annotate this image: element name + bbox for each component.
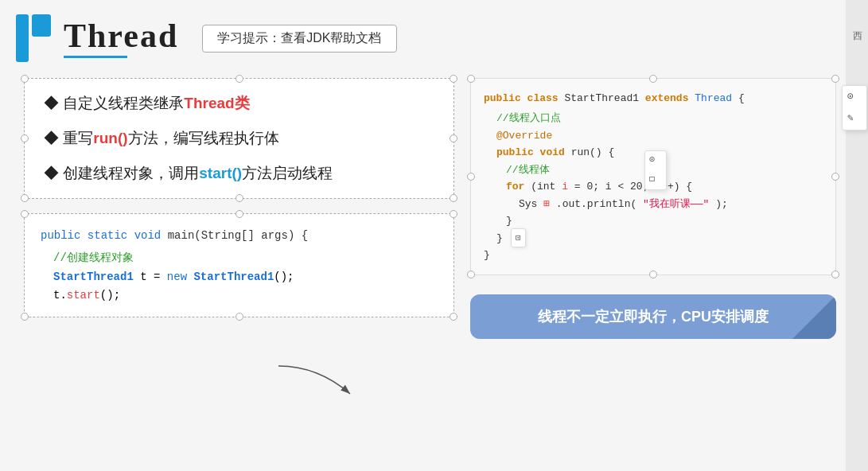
e-anchor-mr [831,173,839,181]
info-bubble-text: 线程不一定立即执行，CPU安排调度 [538,309,769,325]
e-anchor-ml [467,173,475,181]
e-anchor-br [831,271,839,278]
anchor-bm2 [235,313,243,321]
e-anchor-tl [467,75,475,83]
header: Thread 学习提示：查看JDK帮助文档 [0,0,868,70]
bullet-box: ◆ 自定义线程类继承Thread类 ◆ 重写run()方法，编写线程执行体 ◆ … [24,78,454,199]
code-line-1: public class StartThread1 extends Thread… [484,90,823,107]
code-editor-box: public class StartThread1 extends Thread… [470,78,836,275]
code-box-bottom: public static void main(String[] args) {… [24,213,454,317]
e-anchor-bl [467,271,475,278]
right-sidebar: 西 [846,0,868,471]
anchor-tl2 [21,210,29,218]
main-content: ◆ 自定义线程类继承Thread类 ◆ 重写run()方法，编写线程执行体 ◆ … [0,70,868,453]
title-area: Thread [64,19,178,58]
code-override: @Override [496,127,823,144]
info-bubble: 线程不一定立即执行，CPU安排调度 [470,294,836,339]
popup-menu-2[interactable]: ⊙ ◻ [644,150,667,190]
e-anchor-bm [649,271,657,278]
bullet-item-2: ◆ 重写run()方法，编写线程执行体 [44,128,434,149]
anchor-br2 [450,313,457,321]
tip-box: 学习提示：查看JDK帮助文档 [202,25,396,53]
code-println: Sys ⊞ .out.println( "我在听课——" ); [519,196,823,212]
info-bubble-container: 线程不一定立即执行，CPU安排调度 [470,294,836,339]
anchor-br [450,194,457,202]
popup-menu-3[interactable]: ⊡ [511,228,526,247]
code-run-method: public void run() { ⊙ ◻ [496,144,823,161]
anchor-bl2 [21,313,29,321]
triangle-decoration [792,295,836,339]
anchor-top [235,75,243,83]
anchor-bm [235,194,243,202]
anchor-tm2 [235,210,243,218]
anchor-bl [21,194,29,202]
title-underline [64,56,127,58]
anchor-tr2 [450,210,457,218]
anchor-tr [450,75,457,83]
code-brace-1: } [506,212,823,229]
popup-menu-1[interactable]: ⊙ ✎ [842,85,867,130]
bullet-list: ◆ 自定义线程类继承Thread类 ◆ 重写run()方法，编写线程执行体 ◆ … [44,93,434,184]
left-panel: ◆ 自定义线程类继承Thread类 ◆ 重写run()方法，编写线程执行体 ◆ … [24,78,454,446]
anchor-tl [21,75,29,83]
svg-rect-0 [16,14,29,62]
anchor-top-editor [649,75,657,83]
popup-item-stack[interactable]: ⊙ [843,86,866,107]
code-brace-outer: } [484,247,823,263]
right-panel: public class StartThread1 extends Thread… [470,78,836,446]
bullet-item-1: ◆ 自定义线程类继承Thread类 [44,93,434,114]
logo-icon [16,14,51,62]
page-title: Thread [64,19,178,53]
code-comment-thread-entry: //线程入口点 [496,110,823,127]
popup-item-2-2[interactable]: ◻ [645,170,666,189]
popup-item-edit[interactable]: ✎ [843,107,866,129]
bottom-code: public static void main(String[] args) {… [41,227,438,306]
code-brace-2: } ⊡ [496,230,823,247]
anchor-mr [450,134,457,142]
popup-item-2-1[interactable]: ⊙ [645,151,666,170]
e-anchor-tr [831,75,839,83]
bullet-item-3: ◆ 创建线程对象，调用start()方法启动线程 [44,163,434,184]
anchor-ml [21,134,29,142]
comment-create: //创建线程对象 [53,251,134,264]
svg-rect-1 [32,14,51,37]
